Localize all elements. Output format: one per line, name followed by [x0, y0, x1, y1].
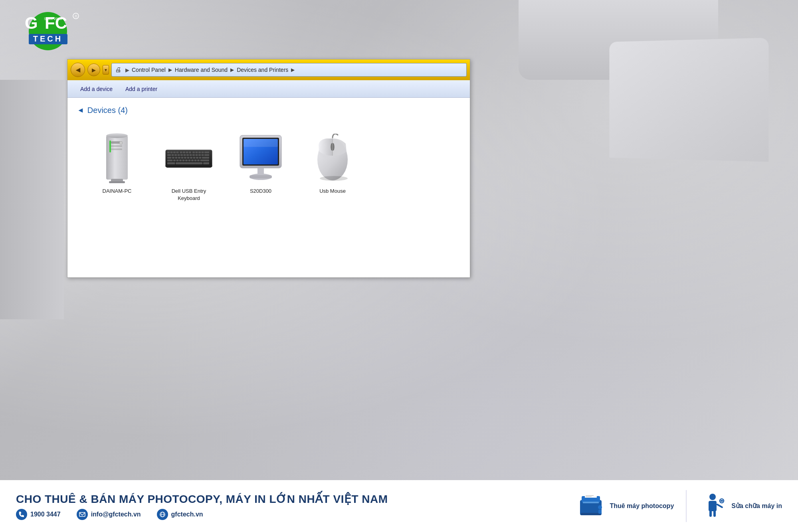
- photocopy-service[interactable]: Thuê máy photocopy: [577, 492, 674, 520]
- forward-button[interactable]: ▶: [87, 63, 100, 76]
- svg-rect-60: [179, 159, 182, 161]
- repair-service[interactable]: Sửa chữa máy in: [699, 492, 782, 520]
- banner-website[interactable]: gfctech.vn: [157, 509, 203, 520]
- website-url: gfctech.vn: [171, 511, 203, 518]
- photocopy-icon: [577, 492, 605, 520]
- svg-rect-95: [586, 496, 592, 497]
- svg-rect-29: [198, 151, 201, 153]
- svg-rect-64: [191, 159, 194, 161]
- breadcrumb-arrow-2: ▶: [230, 67, 234, 73]
- svg-rect-78: [249, 175, 272, 178]
- svg-rect-54: [196, 156, 198, 158]
- banner-contact-row: 1900 3447 info@gfctech.vn: [16, 509, 561, 520]
- banner-left: CHO THUÊ & BÁN MÁY PHOTOCOPY, MÁY IN LỚN…: [0, 492, 577, 520]
- svg-rect-25: [186, 151, 188, 153]
- svg-rect-31: [204, 151, 209, 153]
- nav-dropdown-button[interactable]: ▼: [103, 65, 109, 75]
- breadcrumb-arrow-1: ▶: [168, 67, 172, 73]
- svg-rect-34: [174, 154, 177, 156]
- svg-rect-20: [170, 151, 173, 153]
- svg-rect-36: [180, 154, 183, 156]
- svg-rect-99: [709, 501, 717, 511]
- svg-point-96: [598, 505, 602, 509]
- banner-email[interactable]: info@gfctech.vn: [77, 509, 141, 520]
- add-printer-button[interactable]: Add a printer: [119, 83, 164, 95]
- svg-rect-45: [167, 156, 172, 158]
- add-printer-label: Add a printer: [125, 86, 157, 92]
- hardware-sound-breadcrumb[interactable]: Hardware and Sound: [175, 67, 228, 73]
- svg-rect-53: [193, 156, 196, 158]
- path-icon: 🖨: [115, 66, 121, 73]
- svg-rect-46: [172, 156, 174, 158]
- email-icon: [77, 509, 88, 520]
- svg-rect-35: [178, 154, 180, 156]
- svg-rect-27: [192, 151, 195, 153]
- svg-rect-41: [196, 154, 198, 156]
- back-button[interactable]: ◀: [71, 63, 85, 77]
- svg-text:TECH: TECH: [33, 34, 63, 43]
- svg-rect-65: [194, 159, 197, 161]
- svg-rect-47: [175, 156, 178, 158]
- svg-rect-23: [180, 151, 182, 153]
- svg-rect-75: [244, 139, 278, 147]
- banner-phone[interactable]: 1900 3447: [16, 509, 61, 520]
- bg-shape-right: [609, 38, 768, 162]
- service-divider: [686, 490, 687, 522]
- svg-rect-102: [716, 503, 723, 508]
- pc-icon: [93, 132, 141, 184]
- keyboard-icon: [165, 132, 213, 184]
- svg-rect-19: [167, 151, 170, 153]
- svg-rect-33: [172, 154, 174, 156]
- section-collapse-arrow[interactable]: ◄: [77, 106, 84, 115]
- add-device-button[interactable]: Add a device: [74, 83, 119, 95]
- email-address: info@gfctech.vn: [91, 511, 141, 518]
- svg-rect-67: [200, 159, 210, 161]
- svg-rect-97: [598, 510, 602, 514]
- svg-rect-59: [176, 159, 179, 161]
- svg-rect-44: [204, 154, 209, 156]
- svg-rect-21: [173, 151, 176, 153]
- svg-rect-94: [586, 495, 594, 496]
- control-panel-breadcrumb[interactable]: Control Panel: [132, 67, 166, 73]
- svg-rect-52: [190, 156, 192, 158]
- device-item-monitor[interactable]: S20D300: [233, 129, 289, 205]
- monitor-icon: [237, 132, 285, 184]
- pc-label: DAINAM-PC: [103, 188, 132, 195]
- photocopy-service-text: Thuê máy photocopy: [610, 502, 674, 510]
- device-item-mouse[interactable]: Usb Mouse: [305, 129, 360, 205]
- svg-rect-66: [197, 159, 200, 161]
- globe-icon: [157, 509, 168, 520]
- svg-rect-57: [167, 159, 173, 161]
- svg-rect-63: [188, 159, 191, 161]
- repair-icon: [699, 492, 727, 520]
- banner-main-text: CHO THUÊ & BÁN MÁY PHOTOCOPY, MÁY IN LỚN…: [16, 492, 561, 506]
- devices-grid: DAINAM-PC: [77, 125, 460, 209]
- svg-point-14: [119, 141, 123, 144]
- svg-rect-18: [166, 149, 212, 150]
- svg-rect-58: [173, 159, 176, 161]
- devices-printers-breadcrumb[interactable]: Devices and Printers: [237, 67, 288, 73]
- svg-rect-92: [581, 513, 601, 515]
- svg-rect-91: [583, 502, 599, 503]
- svg-rect-100: [709, 510, 712, 517]
- repair-service-text: Sửa chữa máy in: [731, 502, 782, 510]
- svg-text:G: G: [25, 14, 38, 32]
- phone-icon: [16, 509, 27, 520]
- add-device-label: Add a device: [80, 86, 113, 92]
- toolbar: Add a device Add a printer: [67, 80, 470, 98]
- svg-rect-71: [166, 165, 212, 167]
- svg-rect-37: [184, 154, 186, 156]
- svg-rect-101: [713, 510, 716, 517]
- device-item-keyboard[interactable]: Dell USB EntryKeyboard: [161, 129, 217, 205]
- svg-rect-56: [202, 156, 209, 158]
- address-path: 🖨 ▶ Control Panel ▶ Hardware and Sound ▶…: [111, 63, 467, 77]
- svg-point-9: [106, 133, 128, 138]
- device-item-pc[interactable]: DAINAM-PC: [89, 129, 145, 205]
- svg-rect-39: [190, 154, 192, 156]
- svg-rect-38: [186, 154, 189, 156]
- svg-rect-28: [196, 151, 198, 153]
- banner-right: Thuê máy photocopy Sửa chữa máy in: [577, 490, 798, 522]
- svg-rect-32: [167, 154, 171, 156]
- svg-rect-22: [176, 151, 179, 153]
- content-area: ◄ Devices (4): [67, 98, 470, 277]
